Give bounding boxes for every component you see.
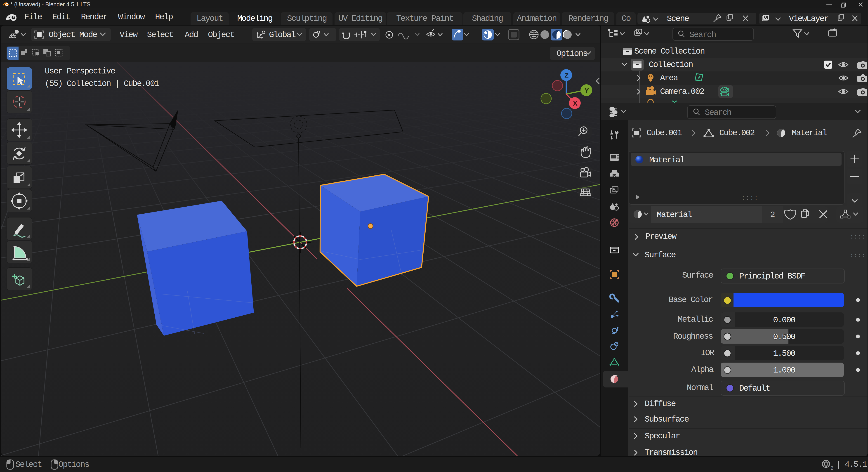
svg-text:2: 2 xyxy=(831,466,833,471)
svg-text:Y: Y xyxy=(584,87,589,94)
svg-text:Z: Z xyxy=(564,71,568,79)
svg-text:X: X xyxy=(573,99,577,107)
